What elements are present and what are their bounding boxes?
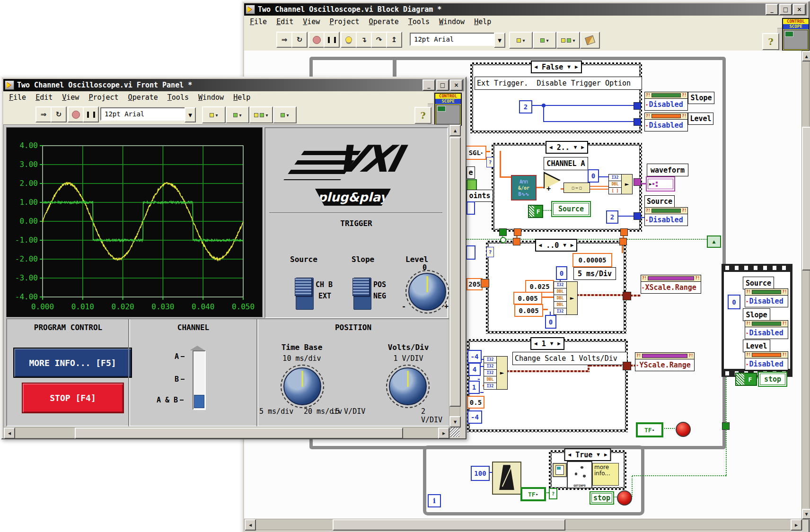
scroll-down-button[interactable]: ▼ bbox=[802, 509, 810, 519]
menu-item-view[interactable]: View bbox=[303, 17, 320, 26]
menu-item-operate[interactable]: Operate bbox=[369, 17, 399, 26]
local-variable-stop[interactable]: stop bbox=[590, 491, 614, 505]
add-function-icon[interactable]: + bbox=[544, 180, 561, 197]
property-node-xscale[interactable]: ?!?! ▸XScale.Range bbox=[641, 275, 701, 294]
step-over-button[interactable]: ↷ bbox=[371, 32, 387, 48]
numeric-constant[interactable]: 0.5 bbox=[467, 396, 484, 409]
resize-grip[interactable] bbox=[450, 427, 459, 437]
boolean-terminal[interactable]: TF▸ bbox=[636, 422, 663, 437]
run-button[interactable]: ⇒ bbox=[35, 106, 52, 122]
vi-icon-control-scope[interactable]: CONTROL SCOPE bbox=[782, 18, 810, 51]
case-dropdown-icon[interactable]: ▼ bbox=[567, 64, 571, 70]
align-objects-button[interactable]: ▾ bbox=[202, 106, 226, 123]
numeric-constant[interactable]: 4 bbox=[468, 363, 481, 376]
boolean-false-constant[interactable]: F bbox=[528, 205, 543, 218]
property-node-slope[interactable]: ?!?! ▸Disabled bbox=[644, 92, 688, 111]
next-case-icon[interactable]: ▶ bbox=[581, 144, 584, 150]
abort-button[interactable] bbox=[308, 32, 325, 48]
reorder-button[interactable]: ▾ bbox=[556, 32, 580, 49]
next-case-icon[interactable]: ▶ bbox=[557, 340, 561, 347]
property-node-level[interactable]: ?!?! ▸Disabled bbox=[745, 351, 788, 370]
loop-condition-node[interactable]: ▲ bbox=[707, 235, 721, 248]
menu-item-operate[interactable]: Operate bbox=[128, 93, 158, 102]
block-diagram-titlebar[interactable]: Two Channel Oscilloscope.vi Block Diagra… bbox=[244, 3, 807, 16]
case-structure-false[interactable]: ◀ False ▼ ▶ Ext Trigger. Disable Trigger… bbox=[470, 62, 642, 133]
context-help-button[interactable]: ? bbox=[414, 107, 431, 124]
minimize-button[interactable]: _ bbox=[423, 79, 435, 91]
case-dropdown-icon[interactable]: ▼ bbox=[597, 452, 600, 458]
property-node-level[interactable]: ?!?! ▸Disabled bbox=[644, 113, 688, 131]
numeric-constant[interactable]: 0.00005 bbox=[572, 253, 612, 267]
bundle-node[interactable]: I32 DBL [ ] ► bbox=[608, 174, 633, 194]
vertical-scrollbar[interactable]: ▲ ▼ bbox=[449, 124, 460, 428]
numeric-constant[interactable]: 2 bbox=[519, 100, 532, 113]
distribute-objects-button[interactable]: ▾ bbox=[226, 106, 249, 123]
previous-case-icon[interactable]: ◀ bbox=[549, 144, 553, 150]
time-base-knob[interactable] bbox=[283, 367, 321, 405]
next-case-icon[interactable]: ▶ bbox=[571, 242, 574, 248]
context-help-button[interactable]: ? bbox=[762, 33, 779, 50]
maximize-button[interactable]: □ bbox=[779, 4, 792, 15]
run-continuous-button[interactable]: ↻ bbox=[291, 32, 308, 48]
scrollbar-thumb[interactable] bbox=[449, 137, 461, 407]
numeric-constant[interactable]: 2 bbox=[606, 210, 618, 224]
case-dropdown-icon[interactable]: ▼ bbox=[563, 242, 566, 248]
run-button[interactable]: ⇒ bbox=[276, 32, 292, 48]
scroll-down-button[interactable]: ▼ bbox=[449, 416, 461, 427]
numeric-constant[interactable]: 0 bbox=[588, 169, 599, 183]
vi-reference-icon[interactable] bbox=[553, 463, 567, 477]
menu-item-tools[interactable]: Tools bbox=[167, 93, 189, 102]
numeric-constant[interactable]: 0.025 bbox=[525, 280, 554, 293]
waveform-graph[interactable]: 4.003.002.001.000.00-1.00-2.00-3.00-4.00… bbox=[6, 127, 263, 317]
case-structure-timebase[interactable]: ◀ ..0 ▼ ▶ 0.00005 5 ms/Div 0 0.025 0.005… bbox=[486, 241, 626, 334]
align-objects-button[interactable]: ▾ bbox=[509, 32, 533, 49]
scrollbar-thumb[interactable] bbox=[75, 427, 403, 439]
bundle-node[interactable]: I32 DBL DBL DBL I32 ► bbox=[554, 281, 578, 315]
step-out-button[interactable]: ↥ bbox=[386, 32, 402, 48]
abort-button[interactable] bbox=[68, 106, 84, 122]
menu-item-tools[interactable]: Tools bbox=[408, 17, 430, 26]
case-selector[interactable]: ◀ True ▼ ▶ bbox=[564, 448, 611, 461]
font-dropdown-arrow[interactable]: ▼ bbox=[185, 107, 196, 122]
case-selector[interactable]: ◀ 1 ▼ ▶ bbox=[530, 337, 564, 350]
scroll-right-button[interactable]: ▶ bbox=[791, 519, 802, 531]
menu-item-project[interactable]: Project bbox=[329, 17, 359, 26]
step-into-button[interactable]: ↴ bbox=[356, 32, 372, 48]
case-structure-channel[interactable]: ◀ 2.. ▼ ▶ CHANNEL A A⊓⊓ &/or B∿∿ + □⋯□ 0… bbox=[492, 143, 642, 232]
run-continuous-button[interactable]: ↻ bbox=[51, 106, 67, 122]
case-structure-voltsdiv[interactable]: ◀ 1 ▼ ▶ Change Scale 1 Volts/Div -4 4 1 … bbox=[467, 339, 628, 432]
property-node-source[interactable]: ?!?! ▸Disabled bbox=[644, 207, 688, 226]
trigger-source-switch[interactable] bbox=[296, 278, 314, 310]
resize-objects-button[interactable]: ▾ bbox=[249, 106, 273, 123]
numeric-constant[interactable]: 0 bbox=[728, 295, 740, 309]
array-function-icon[interactable]: □⋯□ bbox=[563, 183, 590, 193]
numeric-constant[interactable]: -4 bbox=[467, 410, 482, 424]
menu-item-file[interactable]: File bbox=[250, 17, 267, 26]
scroll-left-button[interactable]: ◀ bbox=[245, 519, 256, 531]
scroll-up-button[interactable]: ▲ bbox=[802, 51, 810, 61]
reorder-button[interactable]: ▾ bbox=[273, 106, 297, 123]
highlight-execution-button[interactable] bbox=[341, 32, 357, 48]
boolean-terminal[interactable]: TF▸ bbox=[520, 487, 546, 501]
stop-button-terminal[interactable] bbox=[676, 422, 691, 437]
front-panel-titlebar[interactable]: Two Channel Oscilloscope.vi Front Panel … bbox=[3, 79, 464, 91]
ring-constant-sgl[interactable]: SGL▸ bbox=[466, 146, 486, 160]
numeric-constant[interactable]: -4 bbox=[467, 350, 482, 363]
menu-item-help[interactable]: Help bbox=[233, 93, 250, 102]
case-selector[interactable]: ◀ 2.. ▼ ▶ bbox=[546, 141, 588, 154]
horizontal-scrollbar[interactable]: ◀ ▶ bbox=[3, 427, 450, 438]
case-selector[interactable]: ◀ False ▼ ▶ bbox=[530, 61, 581, 73]
get-info-subvi-icon[interactable]: GETINFO bbox=[567, 461, 592, 488]
trigger-level-knob[interactable] bbox=[408, 273, 446, 311]
maximize-button[interactable]: □ bbox=[436, 79, 449, 91]
case-dropdown-icon[interactable]: ▼ bbox=[550, 340, 554, 347]
channel-option-b[interactable]: B bbox=[175, 375, 185, 384]
pause-button[interactable] bbox=[324, 32, 340, 48]
previous-case-icon[interactable]: ◀ bbox=[534, 340, 537, 347]
font-selector[interactable]: 12pt Arial bbox=[100, 107, 190, 121]
vi-icon-control-scope[interactable]: CONTROL SCOPE bbox=[434, 93, 462, 126]
menu-item-help[interactable]: Help bbox=[474, 17, 491, 26]
wait-ms-metronome-icon[interactable] bbox=[492, 462, 521, 495]
case-selector[interactable]: ◀ ..0 ▼ ▶ bbox=[535, 239, 578, 252]
distribute-objects-button[interactable]: ▾ bbox=[533, 32, 556, 49]
